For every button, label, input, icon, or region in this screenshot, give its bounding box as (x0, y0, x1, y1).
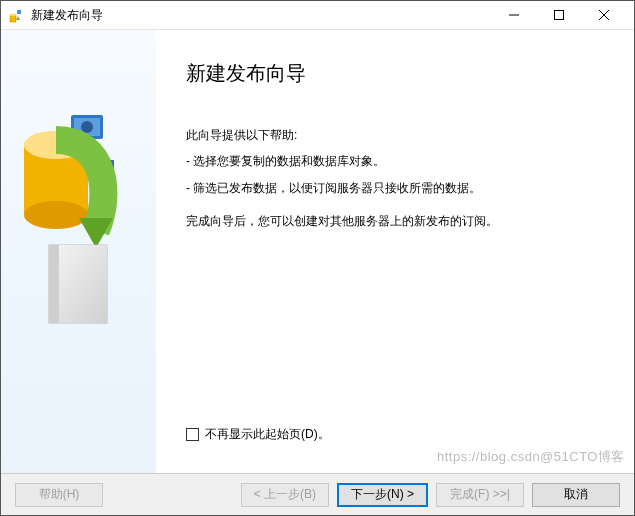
help-button[interactable]: 帮助(H) (15, 483, 103, 507)
maximize-button[interactable] (536, 1, 581, 29)
content-area: 新建发布向导 此向导提供以下帮助: - 选择您要复制的数据和数据库对象。 - 筛… (1, 30, 634, 473)
intro-text: 此向导提供以下帮助: (186, 127, 604, 144)
svg-rect-2 (17, 10, 21, 14)
window-title: 新建发布向导 (31, 7, 103, 24)
footer-buttons: 帮助(H) < 上一步(B) 下一步(N) > 完成(F) >>| 取消 (1, 473, 634, 515)
svg-point-1 (10, 14, 16, 16)
titlebar: 新建发布向导 (1, 1, 634, 30)
conclusion-text: 完成向导后，您可以创建对其他服务器上的新发布的订阅。 (186, 212, 604, 231)
minimize-button[interactable] (491, 1, 536, 29)
close-button[interactable] (581, 1, 626, 29)
bullet-2: - 筛选已发布数据，以便订阅服务器只接收所需的数据。 (186, 179, 604, 198)
finish-button: 完成(F) >>| (436, 483, 524, 507)
skip-start-page-row: 不再显示此起始页(D)。 (186, 426, 604, 443)
svg-point-9 (24, 201, 88, 229)
skip-start-page-checkbox[interactable] (186, 428, 199, 441)
page-heading: 新建发布向导 (186, 60, 604, 87)
window-controls (491, 1, 626, 29)
skip-start-page-label: 不再显示此起始页(D)。 (205, 426, 330, 443)
bullet-1: - 选择您要复制的数据和数据库对象。 (186, 152, 604, 171)
main-content: 新建发布向导 此向导提供以下帮助: - 选择您要复制的数据和数据库对象。 - 筛… (156, 30, 634, 473)
cancel-button[interactable]: 取消 (532, 483, 620, 507)
svg-rect-18 (49, 245, 59, 323)
svg-rect-4 (554, 11, 563, 20)
svg-point-13 (81, 121, 93, 133)
back-button: < 上一步(B) (241, 483, 329, 507)
wizard-sidebar-image (1, 30, 156, 473)
app-icon (9, 7, 25, 23)
wizard-window: 新建发布向导 (0, 0, 635, 516)
next-button[interactable]: 下一步(N) > (337, 483, 428, 507)
